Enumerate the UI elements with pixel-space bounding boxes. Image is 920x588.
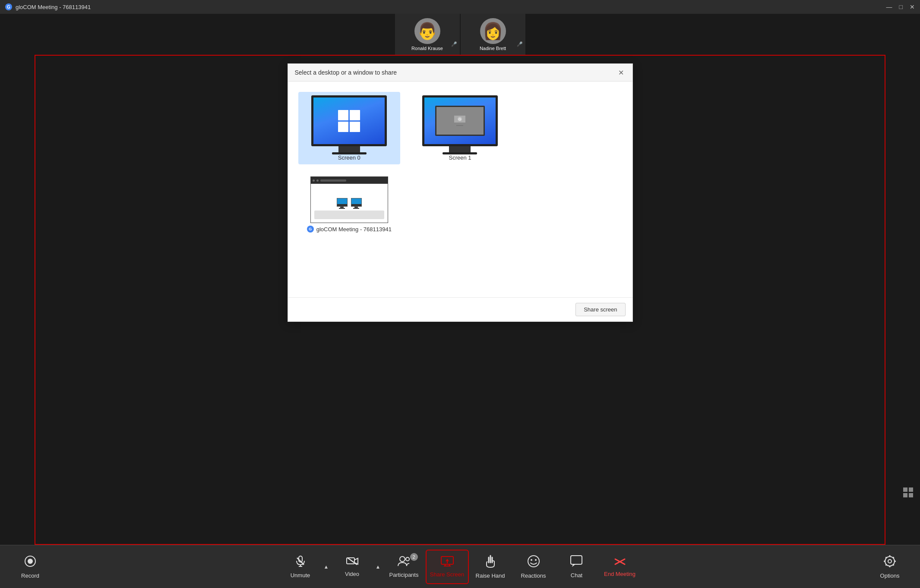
windows-logo-icon (337, 109, 361, 133)
record-icon (24, 555, 37, 570)
svg-rect-38 (894, 560, 896, 562)
grid-view-icon[interactable] (903, 487, 913, 497)
share-screen-dialog: Select a desktop or a window to share ✕ (288, 63, 633, 322)
microphone-icon (294, 555, 307, 569)
share-screen-label: Share Screen (430, 571, 465, 578)
avatar-ronald: 👨 (414, 18, 440, 44)
svg-rect-0 (338, 110, 348, 120)
raise-hand-button[interactable]: Raise Hand (469, 550, 512, 584)
dialog-header: Select a desktop or a window to share ✕ (288, 64, 632, 82)
svg-rect-1 (350, 110, 360, 120)
win11-logo-0 (337, 109, 361, 133)
video-button[interactable]: Video (331, 550, 374, 584)
participant-name-ronald: Ronald Krause (411, 46, 443, 51)
preview-title-bar (320, 179, 346, 182)
grid-dot-3 (903, 493, 907, 497)
screen-option-1[interactable]: G Screen 1 (409, 92, 511, 164)
end-meeting-button[interactable]: End Meeting (598, 550, 642, 584)
avatar-nadine: 👩 (480, 18, 506, 44)
video-icon (346, 556, 358, 568)
participant-name-nadine: Nadine Brett (480, 46, 506, 51)
participants-label: Participants (389, 572, 419, 578)
svg-rect-3 (350, 122, 360, 132)
screen1-background: G (424, 97, 496, 144)
mini-monitor-screen-1 (337, 198, 347, 204)
grid-dot-1 (903, 487, 907, 492)
reactions-button[interactable]: Reactions (512, 550, 555, 584)
close-button[interactable]: ✕ (910, 3, 915, 10)
unmute-arrow[interactable]: ▲ (322, 550, 331, 584)
mini-monitor-frame-1 (337, 198, 348, 207)
monitor-frame-1: G (422, 95, 498, 154)
record-button[interactable]: Record (9, 550, 52, 584)
glocom-window-label: G gloCOM Meeting - 768113941 (307, 226, 392, 233)
end-meeting-label: End Meeting (604, 571, 635, 577)
end-meeting-icon (613, 556, 627, 568)
screen-option-0[interactable]: Screen 0 (298, 92, 401, 164)
svg-rect-2 (338, 122, 348, 132)
toolbar-center: Unmute ▲ Video ▲ (279, 550, 642, 584)
mic-svg-icon (294, 555, 307, 567)
unmute-group: Unmute ▲ (279, 550, 331, 584)
monitor-stand-0 (338, 146, 360, 152)
maximize-button[interactable]: □ (899, 3, 903, 10)
svg-point-33 (888, 560, 892, 563)
svg-rect-7 (456, 125, 463, 126)
main-area: 👨 Ronald Krause 🎤 👩 Nadine Brett 🎤 Selec… (0, 14, 920, 545)
participants-count-badge: 2 (410, 553, 418, 561)
svg-point-28 (535, 559, 537, 561)
share-screen-svg-icon (441, 556, 454, 566)
video-svg-icon (346, 557, 358, 566)
chat-button[interactable]: Chat (555, 550, 598, 584)
svg-rect-39 (885, 557, 887, 558)
chat-icon (570, 555, 583, 569)
grid-dot-4 (909, 493, 913, 497)
mini-monitor-base-1 (339, 208, 345, 209)
grid-dot-2 (909, 487, 913, 492)
share-screen-button[interactable]: Share Screen (426, 550, 469, 584)
preview-dot-1 (313, 179, 315, 182)
reactions-svg-icon (527, 555, 540, 568)
chat-label: Chat (571, 572, 582, 579)
dialog-title: Select a desktop or a window to share (295, 69, 397, 76)
empty-cell (520, 92, 622, 164)
title-bar-left: G gloCOM Meeting - 768113941 (5, 3, 91, 10)
options-icon (883, 555, 896, 570)
dialog-close-button[interactable]: ✕ (617, 68, 626, 77)
glocom-preview-titlebar (311, 177, 388, 184)
svg-point-11 (28, 559, 33, 564)
svg-rect-40 (892, 557, 894, 558)
svg-rect-16 (347, 558, 354, 564)
svg-rect-37 (884, 560, 885, 562)
dialog-footer: Share screen (288, 297, 632, 321)
reactions-icon (527, 555, 540, 570)
participants-button[interactable]: 2 Participants (383, 550, 426, 584)
mini-monitor-base-2 (353, 208, 359, 209)
monitor-stand-1 (449, 146, 471, 152)
options-button[interactable]: Options (868, 550, 911, 584)
options-label: Options (880, 572, 900, 579)
window-title: gloCOM Meeting - 768113941 (16, 4, 91, 10)
svg-rect-29 (571, 556, 582, 564)
reactions-label: Reactions (521, 572, 546, 579)
chat-svg-icon (570, 555, 583, 567)
monitor-screen-0 (311, 95, 387, 146)
window-controls[interactable]: — □ ✕ (886, 3, 915, 10)
toolbar-right: Options (868, 550, 911, 584)
screen-label-0: Screen 0 (338, 154, 360, 161)
unmute-button[interactable]: Unmute (279, 550, 322, 584)
monitor-screen-1: G (422, 95, 498, 146)
toolbar-left: Record (9, 550, 52, 584)
share-screen-button[interactable]: Share screen (575, 303, 625, 316)
svg-rect-42 (892, 564, 894, 566)
unmute-label: Unmute (291, 572, 310, 579)
mini-monitors-area (337, 198, 362, 209)
svg-rect-6 (458, 123, 462, 125)
preview-dot-2 (316, 179, 319, 182)
video-arrow[interactable]: ▲ (374, 550, 383, 584)
participant-thumb-nadine: 👩 Nadine Brett 🎤 (461, 14, 525, 55)
window-option-glocom[interactable]: G gloCOM Meeting - 768113941 (298, 173, 401, 236)
screen-options-grid: Screen 0 (298, 92, 622, 236)
minimize-button[interactable]: — (886, 3, 892, 10)
mute-icon-nadine: 🎤 (517, 41, 523, 47)
